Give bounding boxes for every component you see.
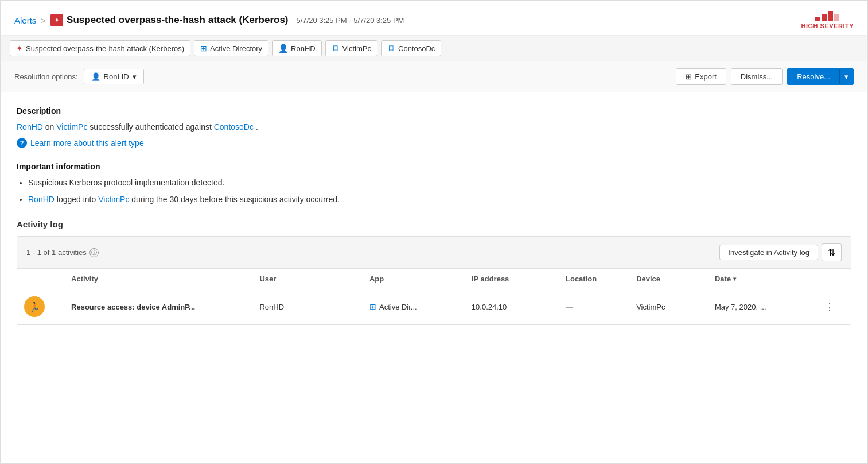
- important-info-section: Important information Suspicious Kerbero…: [17, 162, 851, 206]
- row-user: RonHD: [252, 289, 363, 324]
- table-row: 🏃 Resource access: device AdminP... RonH…: [17, 289, 851, 324]
- description-section: Description RonHD on VictimPc successful…: [17, 106, 851, 148]
- row-location: —: [559, 289, 629, 324]
- tab-ronhd-icon: 👤: [278, 44, 288, 53]
- export-label: Export: [695, 72, 717, 81]
- bullet-2-text-mid1: logged into: [57, 195, 98, 204]
- tab-active-directory[interactable]: ⊞ Active Directory: [194, 40, 268, 56]
- severity-badge: HIGH SEVERITY: [801, 11, 854, 29]
- row-icon-cell: 🏃: [17, 289, 64, 324]
- tab-victimpc-icon: 🖥: [332, 44, 340, 53]
- th-date[interactable]: Date ▾: [708, 269, 818, 289]
- link-ronhd-bullet[interactable]: RonHD: [28, 195, 55, 204]
- tabs-bar: ✦ Suspected overpass-the-hash attack (Ke…: [1, 36, 867, 61]
- th-date-label: Date: [715, 274, 731, 283]
- breadcrumb-alerts[interactable]: Alerts: [14, 16, 36, 25]
- tab-victimpc[interactable]: 🖥 VictimPc: [325, 40, 377, 56]
- resolution-dropdown-value: RonI ID: [104, 72, 129, 81]
- tab-contosodc-icon: 🖥: [387, 44, 395, 53]
- investigate-button[interactable]: Investigate in Activity log: [719, 245, 818, 260]
- row-device: VictimPc: [629, 289, 708, 324]
- activity-type-icon: 🏃: [29, 301, 40, 312]
- alert-icon: ✦: [50, 14, 63, 26]
- severity-bar-3: [828, 11, 833, 21]
- tab-alert-icon: ✦: [16, 44, 23, 53]
- export-icon: ⊞: [686, 72, 692, 81]
- table-header-row: Activity User App IP address Location De…: [17, 269, 851, 289]
- export-button[interactable]: ⊞ Export: [676, 68, 726, 85]
- tab-contosodc-label: ContosoDc: [398, 44, 435, 53]
- activity-log-title: Activity log: [17, 219, 851, 229]
- th-location: Location: [559, 269, 629, 289]
- link-contosodc-desc[interactable]: ContosoDc: [214, 122, 254, 132]
- link-victimpc-bullet[interactable]: VictimPc: [98, 195, 129, 204]
- row-actions[interactable]: ⋮: [818, 289, 851, 324]
- severity-label: HIGH SEVERITY: [801, 22, 854, 29]
- sort-icon: ▾: [733, 276, 736, 282]
- resolve-chevron-button[interactable]: ▾: [840, 68, 854, 85]
- activity-log-section: Activity log 1 - 1 of 1 activities ⓘ Inv…: [17, 219, 851, 325]
- th-user: User: [252, 269, 363, 289]
- bullet-item-1: Suspicious Kerberos protocol implementat…: [28, 177, 851, 189]
- chevron-down-icon: ▾: [133, 72, 137, 81]
- more-options-icon[interactable]: ⋮: [824, 301, 835, 312]
- description-title: Description: [17, 106, 851, 115]
- row-activity-text: Resource access: device AdminP...: [71, 303, 195, 311]
- activity-log-container: 1 - 1 of 1 activities ⓘ Investigate in A…: [17, 236, 851, 325]
- resolution-user-icon: 👤: [91, 72, 100, 81]
- info-circle-icon: ⓘ: [89, 248, 99, 257]
- app-icon: ⊞: [369, 302, 376, 311]
- desc-text-auth: successfully authenticated against: [89, 122, 213, 132]
- tab-ad-label: Active Directory: [210, 44, 262, 53]
- tab-alert-label: Suspected overpass-the-hash attack (Kerb…: [26, 44, 184, 53]
- dismiss-button[interactable]: Dismiss...: [731, 68, 783, 85]
- description-text: RonHD on VictimPc successfully authentic…: [17, 121, 851, 133]
- info-icon: ?: [17, 138, 27, 148]
- activity-log-toolbar: 1 - 1 of 1 activities ⓘ Investigate in A…: [17, 237, 851, 269]
- th-device: Device: [629, 269, 708, 289]
- th-app: App: [363, 269, 465, 289]
- tab-alert[interactable]: ✦ Suspected overpass-the-hash attack (Ke…: [10, 40, 190, 56]
- row-date: May 7, 2020, ...: [708, 289, 818, 324]
- activity-table: Activity User App IP address Location De…: [17, 269, 851, 324]
- resolution-bar: Resolution options: 👤 RonI ID ▾ ⊞ Export…: [1, 61, 867, 92]
- resolve-label: Resolve...: [797, 72, 830, 81]
- important-info-title: Important information: [17, 162, 851, 171]
- dismiss-label: Dismiss...: [741, 72, 773, 81]
- activity-row-icon: 🏃: [24, 296, 45, 317]
- severity-bar-1: [815, 17, 820, 21]
- resolution-dropdown[interactable]: 👤 RonI ID ▾: [84, 69, 144, 84]
- activity-count-text: 1 - 1 of 1 activities: [26, 248, 87, 257]
- tab-victimpc-label: VictimPc: [342, 44, 371, 53]
- filter-button[interactable]: ⇅: [822, 243, 842, 261]
- bullet-item-2: RonHD logged into VictimPc during the 30…: [28, 194, 851, 206]
- resolve-chevron-icon: ▾: [844, 72, 848, 81]
- app-name: Active Dir...: [379, 303, 417, 311]
- breadcrumb-separator: >: [41, 16, 46, 25]
- resolve-button-group: Resolve... ▾: [787, 68, 854, 85]
- th-activity: Activity: [64, 269, 252, 289]
- row-app: ⊞ Active Dir...: [363, 289, 465, 324]
- bullet-1-text: Suspicious Kerberos protocol implementat…: [28, 178, 224, 187]
- link-ronhd[interactable]: RonHD: [17, 122, 43, 132]
- page-title: Suspected overpass-the-hash attack (Kerb…: [67, 14, 288, 26]
- learn-more-link[interactable]: Learn more about this alert type: [30, 138, 144, 148]
- header-date-range: 5/7/20 3:25 PM - 5/7/20 3:25 PM: [297, 16, 404, 25]
- th-actions: [818, 269, 851, 289]
- resolution-label: Resolution options:: [14, 72, 78, 81]
- th-icon: [17, 269, 64, 289]
- tab-ad-icon: ⊞: [200, 44, 207, 53]
- tab-contosodc[interactable]: 🖥 ContosoDc: [381, 40, 441, 56]
- row-activity: Resource access: device AdminP...: [64, 289, 252, 324]
- tab-ronhd[interactable]: 👤 RonHD: [272, 40, 322, 56]
- bullet-list: Suspicious Kerberos protocol implementat…: [28, 177, 851, 206]
- th-ip: IP address: [465, 269, 559, 289]
- tab-ronhd-label: RonHD: [291, 44, 316, 53]
- learn-more[interactable]: ? Learn more about this alert type: [17, 138, 851, 148]
- activity-count: 1 - 1 of 1 activities ⓘ: [26, 248, 99, 257]
- bullet-2-text-mid2: during the 30 days before this suspiciou…: [131, 195, 340, 204]
- link-victimpc-desc[interactable]: VictimPc: [56, 122, 87, 132]
- toolbar-right: Investigate in Activity log ⇅: [719, 243, 842, 261]
- row-ip: 10.0.24.10: [465, 289, 559, 324]
- resolve-main-button[interactable]: Resolve...: [787, 68, 840, 85]
